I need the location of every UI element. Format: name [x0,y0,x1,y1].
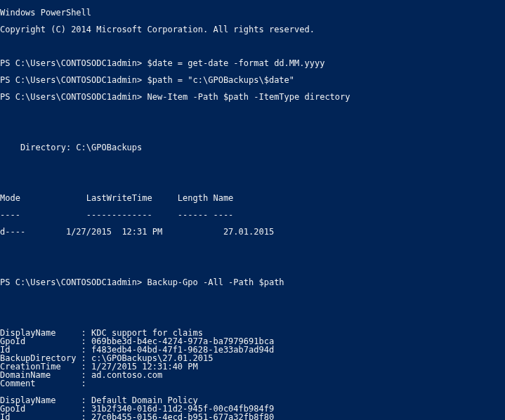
cmd-line-1: PS C:\Users\CONTOSODC1admin> $date = get… [0,59,505,67]
blank [0,160,505,169]
powershell-terminal[interactable]: Windows PowerShell Copyright (C) 2014 Mi… [0,0,505,420]
prompt: PS C:\Users\CONTOSODC1admin> [0,92,147,102]
dir-row: d---- 1/27/2015 12:31 PM 27.01.2015 [0,228,505,236]
blank [0,261,505,270]
prompt: PS C:\Users\CONTOSODC1admin> [0,75,147,85]
blank [0,295,505,303]
dir-dash: ---- ------------- ------ ---- [0,211,505,219]
cmd: $date = get-date -format dd.MM.yyyy [147,58,325,68]
cmd-line-4: PS C:\Users\CONTOSODC1admin> Backup-Gpo … [0,278,505,287]
cmd: Backup-Gpo -All -Path $path [147,277,284,287]
cmd: $path = "c:\GPOBackups\$date" [147,75,295,85]
cmd: New-Item -Path $path -ItemType directory [147,92,350,102]
ps-copyright: Copyright (C) 2014 Microsoft Corporation… [0,25,505,34]
ps-title: Windows PowerShell [0,8,505,17]
backup-results: DisplayName : KDC support for claimsGpoI… [0,329,505,420]
cmd-line-2: PS C:\Users\CONTOSODC1admin> $path = "c:… [0,76,505,84]
blank [0,177,505,185]
dir-header: Mode LastWriteTime Length Name [0,194,505,202]
blank [0,244,505,253]
result-comment: Comment : [0,379,505,388]
directory-line: Directory: C:\GPOBackups [0,143,505,152]
blank [0,110,505,118]
prompt: PS C:\Users\CONTOSODC1admin> [0,277,147,287]
blank [0,126,505,135]
blank [0,312,505,320]
prompt: PS C:\Users\CONTOSODC1admin> [0,58,147,68]
cmd-line-3: PS C:\Users\CONTOSODC1admin> New-Item -P… [0,93,505,101]
blank [0,42,505,51]
result-id: Id : 27c0b455-0156-4ecd-b951-677a32fb8f8… [0,413,505,420]
